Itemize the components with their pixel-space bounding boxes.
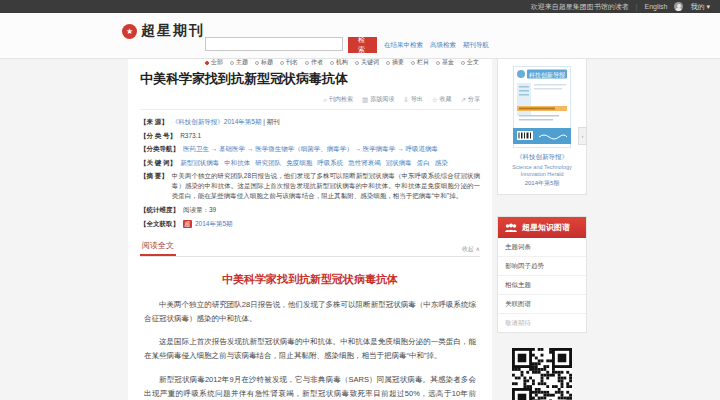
keyword-link[interactable]: 研究团队 [255,159,281,166]
radio-icon [330,61,334,65]
scope-radio[interactable]: 关键词 [355,58,379,67]
scope-radio[interactable]: 全文 [461,58,479,67]
journal-cover-image[interactable]: 科技创新导报 [513,66,571,148]
scope-radio[interactable]: 机构 [330,58,348,67]
action-icon: ▥ [362,96,368,104]
action-label: 分享 [468,95,480,104]
journal-name-link[interactable]: 《科技创新导报》 [502,153,582,162]
knowledge-graph-item[interactable]: 相似主题 [498,276,586,295]
user-menu[interactable]: 我的 ▾ [690,2,710,12]
action-button[interactable]: ⇩ 导出 [403,95,422,104]
action-button[interactable]: ⌕ 刊内检索 [323,95,353,104]
scope-label: 主题 [236,58,248,67]
scope-label: 作者 [311,58,323,67]
meta-label: 【统计维度】 [140,205,179,215]
journal-cover-card: 科技创新导报 《科技创新导报》 Sci [497,58,587,195]
scope-radio[interactable]: 摘要 [386,58,404,67]
journal-link[interactable]: 《科技创新导报》2014年第5期 [172,118,262,125]
knowledge-graph-item[interactable]: 主题词条 [498,238,586,257]
keyword-list: 新型冠状病毒中和抗体研究团队免疫细胞呼吸系统急性肾衰竭冠状病毒蛋白感染 [180,158,453,168]
action-label: 导出 [411,95,423,104]
action-icon: ⇩ [403,96,408,104]
scope-label: 刊名 [286,58,298,67]
article-actions: ⌕ 刊内检索 ▥ 原版阅读 ⇩ 导出 ☆ 收藏 [140,95,480,110]
meta-label: 【来 源】 [140,117,168,127]
meta-fulltext-row: 【全文获取】 超2014年第5期 [140,219,480,229]
article-meta: 【来 源】 《科技创新导报》2014年第5期 | 期刊 【分 类 号】 R373… [140,117,480,229]
scope-label: 机构 [336,58,348,67]
search-link[interactable]: 在结果中检索 [384,41,423,50]
meta-clc-row: 【分 类 号】 R373.1 [140,131,480,141]
welcome-text: 欢迎来自超星集团图书馆的读者 [531,2,629,12]
fulltext-link[interactable]: 2014年第5期 [195,220,233,227]
tab-read-fulltext[interactable]: 阅读全文 [140,237,176,256]
radio-icon [255,61,259,65]
article-card: 中美科学家找到抗新型冠状病毒抗体 ⌕ 刊内检索 ▥ 原版阅读 ⇩ 导出 [128,58,492,400]
journal-english-name-1: Science and Technology [502,164,582,170]
knowledge-graph-list: 主题词条影响因子趋势相似主题关联图谱 [498,238,586,314]
search-link[interactable]: 高级检索 [430,41,456,50]
radio-icon [305,61,309,65]
search-input[interactable] [205,37,343,51]
keyword-link[interactable]: 免疫细胞 [286,159,312,166]
meta-label: 【关 键 词】 [140,158,176,168]
radio-icon [280,61,284,65]
action-label: 刊内检索 [329,95,353,104]
abstract-text: 中美两个独立的研究团队28日报告说，他们发现了多株可以阻断新型冠状病毒（中东呼吸… [172,171,480,201]
keyword-link[interactable]: 蛋白 [417,159,430,166]
radio-icon [411,61,415,65]
svg-text:科技创新导报: 科技创新导报 [529,71,565,78]
scope-radio[interactable]: 作者 [305,58,323,67]
scope-label: 基金 [442,58,454,67]
people-icon [504,223,518,233]
knowledge-graph-item[interactable]: 影响因子趋势 [498,257,586,276]
keyword-link[interactable]: 呼吸系统 [317,159,343,166]
knowledge-graph-title: 超星知识图谱 [522,222,570,233]
search-button[interactable]: 检 索 [348,37,377,53]
action-label: 原版阅读 [370,95,394,104]
classification-breadcrumb[interactable]: 医药卫生 → 基础医学 → 医学微生物学（细菌学、病毒学） → 医学病毒学 → … [183,144,438,154]
scope-radio[interactable]: 全部 [205,58,223,67]
scope-radio[interactable]: 基金 [436,58,454,67]
search-link[interactable]: 期刊导航 [463,41,489,50]
knowledge-graph-card: 超星知识图谱 主题词条影响因子趋势相似主题关联图谱 敬请期待 [497,216,587,333]
site-logo[interactable]: ★ 超星期刊 [122,22,205,40]
qr-code [512,348,572,400]
search-scope-radios: 全部 主题 标题 刊名 作者 [205,58,479,67]
radio-icon [205,61,209,65]
action-button[interactable]: ▥ 原版阅读 [362,95,394,104]
page: 欢迎来自超星集团图书馆的读者 | English 我的 ▾ ★ 超星期刊 检 索… [0,0,720,400]
action-button[interactable]: ☆ 收藏 [432,95,452,104]
knowledge-graph-header: 超星知识图谱 [498,217,586,238]
scope-label: 栏目 [417,58,429,67]
scope-radio[interactable]: 标题 [255,58,273,67]
keyword-link[interactable]: 急性肾衰竭 [348,159,381,166]
collapse-button[interactable]: 收起 ∧ [462,245,480,256]
fulltext-heading: 中美科学家找到抗新型冠状病毒抗体 [140,272,480,287]
scope-radio[interactable]: 栏目 [411,58,429,67]
source-suffix: | 期刊 [261,118,279,125]
radio-icon [386,61,390,65]
keyword-link[interactable]: 感染 [435,159,448,166]
meta-label: 【分 类 号】 [140,131,176,141]
scope-label: 全文 [467,58,479,67]
action-button[interactable]: ↗ 分享 [461,95,480,104]
fulltext-paragraph: 这是国际上首次报告发现抗新型冠状病毒的中和抗体。中和抗体是免疫细胞分泌的一类蛋白… [144,335,476,364]
scope-label: 摘要 [392,58,404,67]
keyword-link[interactable]: 冠状病毒 [386,159,412,166]
scope-radio[interactable]: 主题 [230,58,248,67]
radio-icon [436,61,440,65]
keyword-link[interactable]: 中和抗体 [224,159,250,166]
knowledge-graph-item[interactable]: 关联图谱 [498,295,586,314]
read-count: 阅读量：39 [183,205,216,215]
scope-label: 标题 [261,58,273,67]
scope-radio[interactable]: 刊名 [280,58,298,67]
user-avatar[interactable] [674,2,683,11]
english-link[interactable]: English [645,3,668,10]
sidebar: 科技创新导报 《科技创新导报》 Sci [497,58,587,400]
action-label: 收藏 [440,95,452,104]
cover-next-arrow[interactable]: › [578,127,587,145]
keyword-link[interactable]: 新型冠状病毒 [180,159,219,166]
journal-issue-link[interactable]: 2014年第5期 [502,179,582,188]
scope-label: 全部 [211,58,223,67]
